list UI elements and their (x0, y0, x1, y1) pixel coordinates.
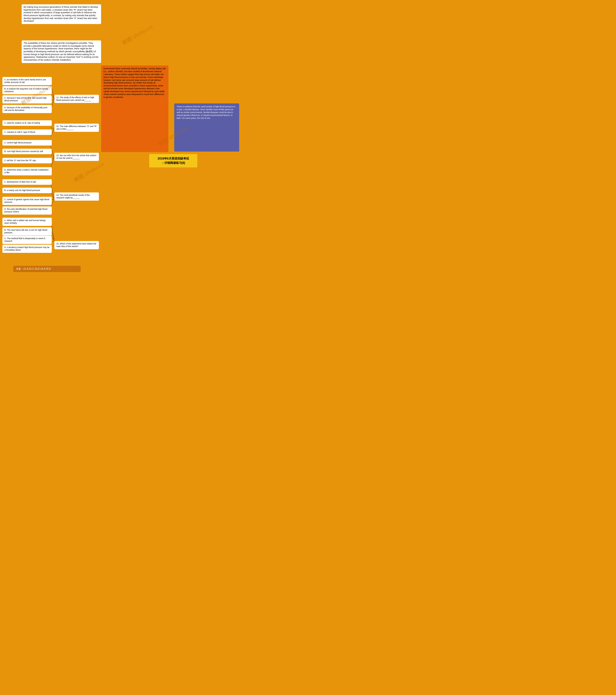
main-passage-box: environment factor commonly shared by fa… (101, 65, 168, 152)
q22-cd-text: C. reaction to salt D. type of blood (4, 131, 35, 133)
q23-d-text: D. determine what a sodium chloride meta… (4, 169, 49, 174)
answer-bar: 答案：21.A 22.C 23.D 24.A 25.D (13, 266, 81, 272)
q24-choice-a[interactable]: A. development of diets free of salt (2, 179, 52, 185)
watermark-2: 树图 shutu.cn (121, 23, 154, 47)
q23-choice-d[interactable]: D. determine what a sodium chloride meta… (2, 167, 52, 175)
answer-text: 答案：21.A 22.C 23.D 24.A 25.D (16, 268, 51, 270)
q25-a-text: A. When salt is added rats and human bei… (4, 219, 46, 224)
page-container: By mating long successive generations of… (0, 0, 246, 278)
question-22: 22. The main difference between "S" and … (54, 124, 99, 132)
q22-text: The main difference between "S" and "R" … (56, 125, 97, 130)
q22-number: 22. (56, 125, 59, 128)
q21-number: 21. (56, 96, 59, 99)
q21-b-text: B. to explore the long-term use of sodiu… (4, 88, 48, 92)
title-box: 2016年6月英语四级考试 ：仔细阅读练习(8) (149, 154, 197, 167)
q23-text: We can infer from the article that sodiu… (56, 154, 97, 159)
q24-choice-b[interactable]: B. a nearly cure for high blood pressure (2, 188, 52, 193)
q23-choice-c[interactable]: C. tell the "S" rats from the "R" rats (2, 158, 52, 163)
main-passage-text: environment factor commonly shared by fa… (103, 67, 166, 98)
q22-choice-ab[interactable]: A. need for sodium 22 B. rate of mating (2, 120, 52, 126)
q21-choice-b[interactable]: B. to explore the long-term use of sodiu… (2, 86, 52, 94)
q21-a-text: A. as members of the same family tend to… (4, 79, 46, 84)
title-line1: 2016年6月英语四级考试 (153, 156, 194, 161)
q24-choice-d[interactable]: D. the early identification of potential… (2, 206, 52, 215)
q22-ab-text: A. need for sodium 22 B. rate of mating (4, 122, 40, 124)
question-23: 23. We can infer from the article that s… (54, 153, 99, 161)
q25-choice-a[interactable]: A. When salt is added rats and human bei… (2, 218, 52, 226)
question-25: 25. Which of the statements best relates… (54, 241, 99, 249)
passage-box-1: By mating long successive generations of… (22, 4, 101, 24)
q23-choice-b[interactable]: B. cure high blood pressure caused by sa… (2, 149, 52, 154)
q25-text: Which of the statements best relates the… (56, 242, 96, 248)
q24-c-text: C. control of genetic agents that cause … (4, 198, 49, 203)
q21-d-text: D. because of the availability of chemic… (4, 106, 47, 112)
q23-c-text: C. tell the "S" rats from the "R" rats (4, 159, 36, 162)
svg-line-4 (51, 128, 54, 129)
q23-choice-a[interactable]: A. control high blood pressure (2, 140, 52, 146)
question-24: 24. The most beneficial results of the r… (54, 192, 99, 201)
title-line2: ：仔细阅读练习(8) (153, 161, 194, 165)
passage-box-2: The availability of these two strains pe… (22, 40, 101, 63)
q25-c-text: C. The medical field is desperately in n… (4, 237, 45, 242)
q21-choice-a[interactable]: A. as members of the same family tend to… (2, 77, 52, 85)
q25-choice-c[interactable]: C. The medical field is desperately in n… (2, 236, 52, 244)
q23-a-text: A. control high blood pressure (4, 141, 32, 144)
right-info-box: There is evidence that the usual variety… (174, 103, 239, 152)
q25-choice-b[interactable]: B. The near future will see a cure for h… (2, 227, 52, 236)
q24-b-text: B. a nearly cure for high blood pressure (4, 189, 40, 191)
q25-number: 25. (56, 242, 59, 245)
watermark-4: 树图 shutu.cn (73, 160, 106, 184)
q21-c-text: C. because it was proven that salt cause… (4, 97, 47, 102)
q24-choice-c[interactable]: C. control of genetic agents that cause … (2, 197, 52, 205)
q24-d-text: D. the early identification of potential… (4, 208, 47, 213)
q24-number: 24. (56, 194, 59, 196)
q25-d-text: D. A tendency toward high blood pressure… (4, 246, 50, 251)
q23-b-text: B. cure high blood pressure caused by sa… (4, 150, 43, 153)
q22-choice-cd[interactable]: C. reaction to salt D. type of blood (2, 130, 52, 135)
q21-text: The study of the effects of salt on high… (56, 96, 94, 101)
q24-a-text: A. development of diets free of salt (4, 181, 36, 183)
right-info-text: There is evidence that the usual variety… (177, 105, 236, 119)
q21-choice-c[interactable]: C. because it was proven that salt cause… (2, 95, 52, 103)
q21-choice-d[interactable]: D. because of the availability of chemic… (2, 105, 52, 113)
q25-choice-d[interactable]: D. A tendency toward high blood pressure… (2, 245, 52, 253)
q23-number: 23. (56, 154, 59, 157)
question-21: 21. The study of the effects of salt on … (54, 95, 99, 103)
passage-1-text: By mating long successive generations of… (23, 6, 98, 22)
q24-text: The most beneficial results of the resea… (56, 194, 90, 199)
q25-b-text: B. The near future will see a cure for h… (4, 229, 47, 234)
passage-2-text: The availability of these two strains pe… (23, 42, 98, 61)
